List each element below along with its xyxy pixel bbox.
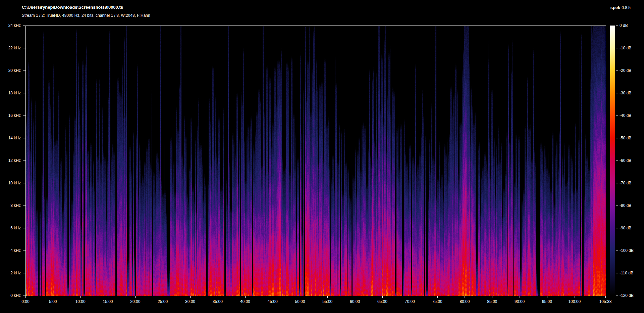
x-tick-mark [273,296,273,298]
x-tick-label: 10:00 [70,300,91,304]
x-tick-label: 20:00 [125,300,145,304]
x-tick-label: 65:00 [372,300,392,304]
x-tick-label: 55:00 [317,300,337,304]
y-tick-mark [23,71,25,71]
x-tick-label: 30:00 [180,300,200,304]
y-tick-label: 12 kHz [0,159,21,163]
y-tick-mark [23,183,25,183]
x-tick-mark [163,296,163,298]
x-tick-mark [437,296,438,298]
spectrogram-plot-frame [25,26,606,296]
file-path-title: C:\Users\rynep\Downloads\Screenshots\000… [22,5,123,10]
y-tick-mark [23,138,25,138]
legend-tick-label: -120 dB [620,294,634,298]
legend-tick-label: 0 dB [620,24,628,28]
legend-tick-mark [616,183,618,183]
x-tick-label: 75:00 [427,300,447,304]
y-tick-label: 18 kHz [0,91,21,95]
legend-tick-mark [616,228,618,228]
y-tick-label: 24 kHz [0,24,21,28]
y-tick-mark [23,206,25,206]
x-tick-label: 100:00 [565,300,585,304]
y-tick-label: 8 kHz [0,204,21,208]
y-tick-label: 10 kHz [0,181,21,185]
y-tick-label: 16 kHz [0,114,21,118]
x-tick-label: 95:00 [537,300,557,304]
spek-app-window: C:\Users\rynep\Downloads\Screenshots\000… [0,0,644,313]
x-tick-mark [327,296,328,298]
legend-tick-label: -90 dB [620,226,631,230]
x-tick-mark [465,296,465,298]
legend-tick-mark [616,161,618,161]
legend-tick-mark [616,71,618,71]
legend-tick-mark [616,251,618,251]
x-tick-mark [605,296,606,298]
y-tick-label: 4 kHz [0,249,21,253]
legend-tick-label: -60 dB [620,159,631,163]
x-tick-mark [520,296,520,298]
legend-tick-mark [616,48,618,48]
y-tick-label: 2 kHz [0,271,21,275]
x-tick-mark [80,296,81,298]
stream-info: Stream 1 / 2: TrueHD, 48000 Hz, 24 bits,… [22,13,150,18]
y-tick-mark [23,93,25,93]
y-tick-mark [23,26,25,26]
x-tick-label: 70:00 [400,300,420,304]
legend-tick-label: -110 dB [620,271,633,275]
legend-tick-mark [616,93,618,93]
x-tick-mark [108,296,108,298]
legend-tick-mark [616,296,618,296]
legend-tick-label: -30 dB [620,91,631,95]
x-tick-mark [547,296,547,298]
x-tick-mark [245,296,246,298]
legend-tick-label: -80 dB [620,204,631,208]
spectrogram-canvas [26,26,606,296]
y-tick-label: 20 kHz [0,69,21,73]
y-tick-mark [23,273,25,273]
legend-tick-label: -100 dB [620,249,634,253]
app-brand: spek0.8.5 [610,5,631,10]
y-tick-mark [23,296,25,296]
legend-tick-label: -40 dB [620,114,631,118]
y-tick-mark [23,251,25,251]
x-tick-mark [492,296,492,298]
db-color-scale [610,26,615,296]
y-tick-mark [23,116,25,116]
legend-tick-mark [616,138,618,138]
y-tick-mark [23,48,25,48]
app-version: 0.8.5 [622,5,631,10]
x-tick-label: 50:00 [290,300,310,304]
x-tick-mark [382,296,383,298]
legend-tick-label: -10 dB [620,46,631,50]
y-tick-label: 22 kHz [0,46,21,50]
x-tick-mark [25,296,26,298]
y-tick-label: 0 kHz [0,294,21,298]
x-tick-mark [135,296,136,298]
y-tick-mark [23,228,25,228]
x-tick-label: 40:00 [235,300,255,304]
legend-tick-mark [616,273,618,273]
x-tick-mark [355,296,355,298]
x-tick-mark [410,296,410,298]
x-tick-label: 0:00 [15,300,36,304]
x-tick-label: 85:00 [482,300,502,304]
legend-tick-mark [616,206,618,206]
x-tick-label: 90:00 [509,300,530,304]
x-tick-mark [300,296,300,298]
legend-tick-mark [616,116,618,116]
legend-tick-label: -70 dB [620,181,631,185]
y-tick-label: 6 kHz [0,226,21,230]
legend-tick-mark [616,26,618,26]
x-tick-label: 25:00 [153,300,173,304]
legend-tick-label: -20 dB [620,69,631,73]
x-tick-mark [218,296,218,298]
x-tick-label: 60:00 [345,300,365,304]
legend-tick-label: -50 dB [620,136,631,140]
x-tick-label: 80:00 [454,300,475,304]
y-tick-mark [23,161,25,161]
x-tick-label: 105:38 [595,300,615,304]
y-tick-label: 14 kHz [0,136,21,140]
x-tick-label: 15:00 [98,300,118,304]
x-tick-mark [575,296,575,298]
x-tick-label: 35:00 [208,300,228,304]
